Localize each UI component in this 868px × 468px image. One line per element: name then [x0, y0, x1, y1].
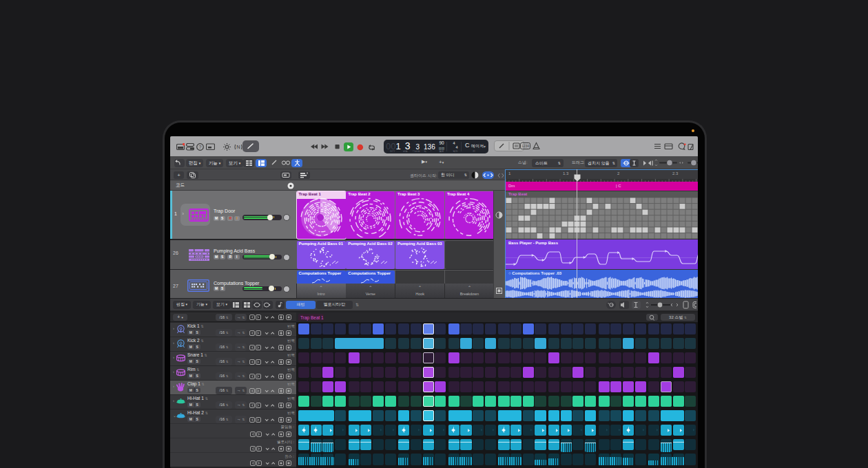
svg-text:N: N: [236, 144, 240, 150]
svg-text:1234: 1234: [521, 145, 529, 148]
svg-text:?: ?: [198, 145, 201, 149]
